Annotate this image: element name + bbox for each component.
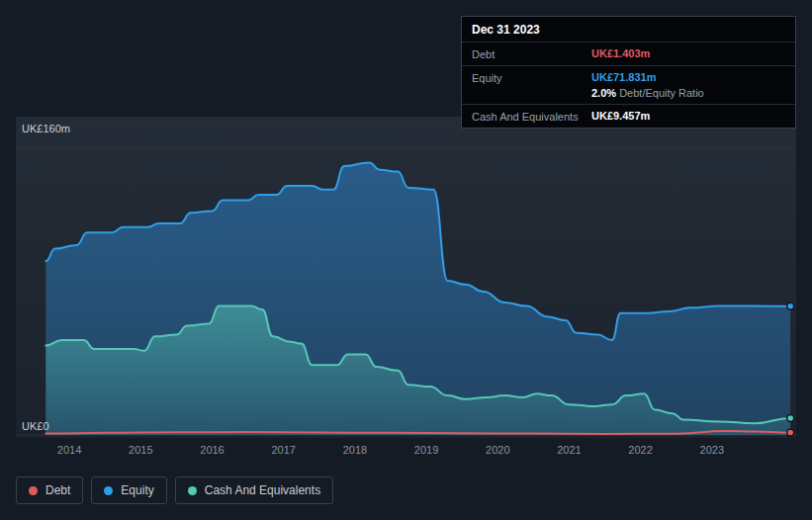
legend-item-equity[interactable]: Equity: [91, 477, 166, 504]
tooltip-row-value: UK£9.457m: [591, 110, 650, 122]
tooltip: Dec 31 2023 DebtUK£1.403mEquityUK£71.831…: [461, 16, 796, 129]
x-axis-tick: 2023: [700, 444, 724, 456]
tooltip-row-label: Cash And Equivalents: [472, 110, 591, 123]
legend-item-debt[interactable]: Debt: [16, 477, 83, 504]
debt-equity-ratio: 2.0% Debt/Equity Ratio: [591, 87, 704, 99]
legend-label: Cash And Equivalents: [205, 483, 320, 497]
tooltip-row-equity: EquityUK£71.831m2.0% Debt/Equity Ratio: [462, 66, 795, 105]
y-axis-zero-label: UK£0: [22, 420, 49, 432]
legend-label: Equity: [121, 483, 153, 497]
y-axis-max-label: UK£160m: [22, 123, 70, 134]
x-axis: 2014201520162017201820192020202120222023: [16, 444, 796, 460]
chart-svg: [16, 117, 796, 438]
x-axis-tick: 2017: [271, 444, 295, 456]
tooltip-date: Dec 31 2023: [462, 17, 795, 43]
x-axis-tick: 2015: [129, 444, 152, 456]
legend-dot-equity: [104, 486, 113, 495]
endpoint-dot-debt: [787, 429, 794, 436]
tooltip-row-value: UK£71.831m: [591, 71, 704, 83]
x-axis-tick: 2021: [557, 444, 581, 456]
legend-item-cash-and-equivalents[interactable]: Cash And Equivalents: [175, 477, 333, 504]
tooltip-row-label: Debt: [472, 47, 591, 60]
x-axis-tick: 2020: [486, 444, 509, 456]
tooltip-row-value: UK£1.403m: [591, 47, 650, 59]
legend: DebtEquityCash And Equivalents: [16, 477, 333, 504]
tooltip-row-cash-and-equivalents: Cash And EquivalentsUK£9.457m: [462, 105, 795, 128]
endpoint-dot-equity: [787, 303, 794, 309]
tooltip-rows: DebtUK£1.403mEquityUK£71.831m2.0% Debt/E…: [462, 43, 795, 128]
x-axis-tick: 2014: [57, 444, 81, 456]
endpoint-dot-cash-and-equivalents: [787, 414, 794, 421]
x-axis-tick: 2018: [343, 444, 367, 456]
x-axis-tick: 2022: [628, 444, 652, 456]
x-axis-tick: 2016: [200, 444, 224, 456]
tooltip-row-label: Equity: [472, 71, 591, 84]
tooltip-row-debt: DebtUK£1.403m: [462, 43, 795, 66]
x-axis-tick: 2019: [414, 444, 438, 456]
chart-page: UK£160m UK£0 201420152016201720182019202…: [0, 0, 812, 520]
legend-dot-debt: [29, 486, 38, 495]
legend-dot-cash-and-equivalents: [188, 486, 197, 495]
legend-label: Debt: [45, 483, 70, 497]
chart-plot-area[interactable]: [16, 117, 796, 438]
